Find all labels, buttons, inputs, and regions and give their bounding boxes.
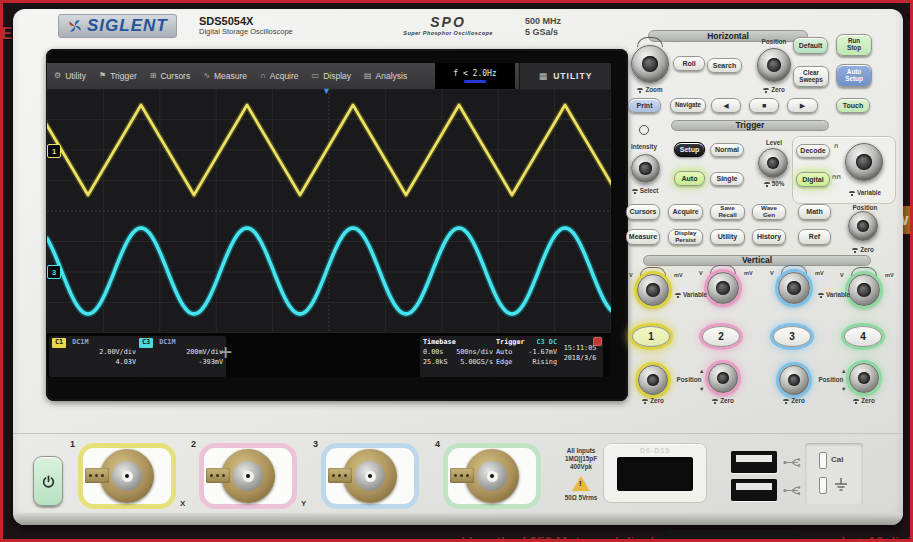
menu-item-analysis[interactable]: ▤Analysis (364, 71, 407, 81)
model-block: SDS5054X Digital Storage Oscilloscope (199, 15, 293, 36)
roll-button[interactable]: Roll (673, 56, 705, 71)
menu-item-acquire[interactable]: ∩Acquire (260, 71, 299, 81)
ch3-scale-knob[interactable] (778, 272, 810, 304)
up-arrow-icon: ▲ (841, 369, 846, 375)
channel3-button[interactable]: 3 (773, 326, 811, 347)
trigger-source: C3 DC (537, 338, 557, 348)
waveform-plot (47, 89, 611, 333)
save-recall-button[interactable]: Save Recall (710, 204, 745, 220)
front-panel-seam (13, 433, 903, 434)
trigger-status-box[interactable]: TriggerC3 DC Auto-1.67mV EdgeRising (493, 336, 560, 377)
menu-label: Utility (65, 71, 86, 81)
ch4-scale-knob[interactable] (848, 274, 880, 306)
zero-label-ch2: Zero (708, 398, 738, 404)
menu-label: Display (323, 71, 351, 81)
trigger-auto-button[interactable]: Auto (674, 171, 705, 186)
menu-item-trigger[interactable]: ⚑Trigger (99, 71, 137, 81)
push-icon (712, 399, 718, 404)
ch2-scale-knob[interactable] (707, 272, 739, 304)
v-label: V (770, 271, 774, 277)
ch4-position-knob[interactable] (849, 363, 879, 393)
ch1-scale-knob[interactable] (637, 274, 669, 306)
variable-knob[interactable] (845, 143, 883, 181)
channel4-button[interactable]: 4 (844, 326, 882, 347)
decode-button[interactable]: Decode (796, 144, 830, 158)
utility-button[interactable]: Utility (710, 229, 745, 245)
intensity-knob[interactable] (631, 154, 660, 183)
math-button[interactable]: Math (798, 204, 831, 220)
navigate-button[interactable]: Navigate (670, 98, 706, 113)
crosshair-icon[interactable]: + (219, 341, 232, 363)
frequency-counter[interactable]: f < 2.0Hz (435, 63, 515, 89)
v-label: V (699, 271, 703, 277)
mv-label: mV (674, 273, 683, 279)
menu-item-cursors[interactable]: ⊞Cursors (150, 71, 190, 81)
digital-connector-slot (617, 457, 693, 491)
measure-button[interactable]: Measure (626, 229, 660, 245)
digital-button[interactable]: Digital (796, 172, 830, 187)
display-icon: ▭ (312, 72, 320, 80)
channel1-status-box[interactable]: C1DC1M 2.00V/div 4.03V (49, 336, 139, 377)
push-icon (637, 88, 643, 93)
acquire-button[interactable]: Acquire (668, 204, 703, 220)
cursors-button[interactable]: Cursors (626, 204, 660, 220)
trigger-single-button[interactable]: Single (710, 172, 744, 186)
nav-stop-button[interactable]: ■ (749, 98, 779, 113)
menu-item-display[interactable]: ▭Display (312, 71, 351, 81)
timebase-title: Timebase (423, 338, 493, 348)
trigger-setup-button[interactable]: Setup (674, 142, 705, 157)
digital-connector-panel: D0-D15 (603, 443, 707, 503)
horizontal-position-knob[interactable] (757, 48, 791, 82)
print-button[interactable]: Print (628, 98, 661, 113)
channel3-status-box[interactable]: C3DC1M 200mV/div -393mV (136, 336, 226, 377)
auto-setup-button[interactable]: Auto Setup (836, 64, 872, 87)
touch-button[interactable]: Touch (836, 98, 870, 113)
search-button[interactable]: Search (707, 58, 742, 73)
oscilloscope-body: SIGLENT SDS5054X Digital Storage Oscillo… (13, 9, 903, 525)
analysis-icon: ▤ (364, 72, 372, 80)
menu-item-measure[interactable]: ∿Measure (203, 71, 247, 81)
zero-label-ch3: Zero (779, 398, 809, 404)
utility-softkey[interactable]: ▦ UTILITY (519, 63, 611, 89)
bnc3-number: 3 (313, 439, 318, 449)
menu-label: Measure (214, 71, 247, 81)
menu-item-utility[interactable]: ⚙Utility (54, 71, 86, 81)
horizontal-scale-knob[interactable] (631, 45, 669, 83)
cal-pin-bottom (819, 477, 827, 494)
trigger-position-knob[interactable] (848, 211, 878, 241)
down-arrow-icon: ▼ (841, 387, 846, 393)
wave-gen-button[interactable]: Wave Gen (752, 204, 786, 220)
waveform-display[interactable]: ▼ 1 3 (47, 89, 611, 333)
ref-button[interactable]: Ref (798, 229, 831, 245)
history-button[interactable]: History (752, 229, 786, 245)
nav-next-button[interactable]: ▶ (787, 98, 818, 113)
push-icon (764, 182, 770, 187)
siglent-logo: SIGLENT (58, 14, 177, 38)
channel3-marker: 3 (47, 265, 61, 279)
run-stop-button[interactable]: Run Stop (836, 34, 872, 56)
power-button[interactable] (33, 456, 63, 506)
channel2-button[interactable]: 2 (702, 326, 740, 347)
up-arrow-icon: ▲ (699, 369, 704, 375)
frequency-value: f < 2.0Hz (453, 69, 496, 78)
default-button[interactable]: Default (793, 37, 828, 54)
trigger-normal-button[interactable]: Normal (710, 143, 744, 157)
nav-prev-button[interactable]: ◀ (711, 98, 741, 113)
variable-label-left: Variable (667, 292, 715, 298)
ch3-position-knob[interactable] (779, 365, 809, 395)
level-label: Level (758, 140, 790, 146)
spo-logo: SPO Super Phosphor Oscilloscope (383, 14, 513, 36)
clear-sweeps-button[interactable]: Clear Sweeps (793, 66, 829, 87)
menu-label: Trigger (110, 71, 137, 81)
menu-label: Analysis (376, 71, 408, 81)
cursors-icon: ⊞ (150, 72, 157, 80)
ch2-position-knob[interactable] (708, 363, 738, 393)
edge-mark (906, 14, 913, 20)
usb-port-top (731, 451, 777, 473)
timebase-box[interactable]: Timebase 0.00s500ns/div 25.0kS5.00GS/s (420, 336, 496, 377)
ch1-position-knob[interactable] (638, 365, 668, 395)
trigger-level-knob[interactable] (758, 148, 788, 178)
display-persist-button[interactable]: Display Persist (668, 229, 703, 245)
caption-fragment-left: record length of 250 Mpts, and displ (423, 534, 654, 542)
channel1-button[interactable]: 1 (632, 326, 670, 347)
